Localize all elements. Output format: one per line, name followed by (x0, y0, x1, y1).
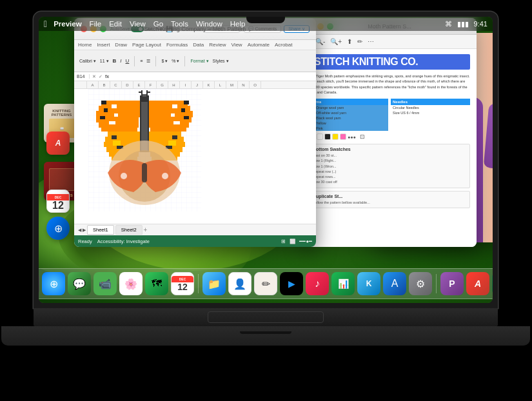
tab-review[interactable]: Review (209, 42, 226, 48)
svg-rect-27 (172, 104, 177, 108)
menu-help[interactable]: Help (230, 20, 246, 28)
align-center[interactable]: ☰ (146, 59, 150, 64)
svg-rect-20 (101, 101, 106, 104)
tab-acrobat[interactable]: Acrobat (275, 42, 293, 48)
dock-acrobat[interactable]: A (466, 272, 489, 295)
dock-launchpad[interactable]: ⊞ (39, 272, 39, 295)
acrobat-sidebar-icon[interactable]: A (46, 132, 70, 155)
add-sheet-btn[interactable]: + (144, 226, 148, 233)
menu-tools[interactable]: Tools (171, 20, 188, 28)
menu-window[interactable]: Window (196, 20, 222, 28)
svg-rect-35 (105, 137, 140, 142)
markup-icon[interactable]: ✏ (357, 38, 362, 45)
nav-left[interactable]: ◀ (78, 228, 81, 233)
dock-numbers[interactable]: 📊 (331, 272, 355, 295)
svg-rect-14 (149, 101, 188, 106)
dock-appletv[interactable]: ▶ (280, 272, 303, 295)
dock-messages[interactable]: 💬 (68, 272, 91, 295)
tab-automate[interactable]: Automate (248, 42, 270, 48)
menu-file[interactable]: File (90, 20, 102, 28)
share-icon[interactable]: ⬆ (347, 38, 352, 45)
spreadsheet-area[interactable]: A B C D E F G H I J K L (74, 81, 316, 224)
more-icon[interactable]: ⋯ (368, 38, 374, 45)
calendar-sidebar-icon[interactable]: DEC 12 (46, 190, 70, 213)
tab-view[interactable]: View (231, 42, 242, 48)
svg-rect-50 (113, 141, 121, 146)
svg-point-54 (121, 173, 127, 179)
dock-files[interactable]: 📁 (202, 272, 226, 295)
tab-draw[interactable]: Draw (115, 42, 127, 48)
calendar-day: 12 (177, 282, 188, 291)
dock-music[interactable]: ♪ (306, 272, 329, 295)
nav-right[interactable]: ▶ (83, 228, 86, 233)
status-text: Ready (78, 239, 92, 244)
duplicate-stitches-title: Duplicate St... (313, 194, 466, 199)
svg-rect-28 (114, 113, 118, 117)
col-d: D (122, 81, 133, 88)
dock-keynote[interactable]: K (357, 272, 380, 295)
underline-btn[interactable]: U (126, 58, 130, 64)
zoom-in-icon[interactable]: 🔍+ (330, 38, 342, 45)
dock-systemprefs[interactable]: ⚙ (409, 272, 432, 295)
dock-photos[interactable]: 🌸 (119, 272, 143, 295)
tab-formulas[interactable]: Formulas (166, 42, 188, 48)
swatches-more: ●●● (348, 135, 356, 139)
dock-facetime[interactable]: 📹 (94, 272, 117, 295)
menu-edit[interactable]: Edit (109, 20, 122, 28)
tab-data[interactable]: Data (193, 42, 204, 48)
dock-preview[interactable]: P (440, 272, 464, 295)
dock-freeform[interactable]: ✏ (254, 272, 277, 295)
yarn-row-5: Pink (309, 126, 388, 131)
dock-calendar[interactable]: DEC 12 (171, 272, 194, 295)
font-size[interactable]: 11 ▾ (100, 59, 109, 64)
touchpad[interactable] (208, 311, 324, 323)
dock: 🔵 ⊞ ⊕ 💬 📹 (39, 268, 493, 299)
font-selector[interactable]: Calibri ▾ (79, 59, 96, 64)
formula-input[interactable] (112, 73, 313, 81)
divider2 (155, 56, 156, 66)
color-swatches: ●●● ⊡ (309, 133, 470, 140)
svg-rect-19 (150, 128, 186, 132)
sheet-tab-1[interactable]: Sheet1 (87, 225, 114, 235)
view-layout[interactable]: ⬜ (290, 239, 295, 244)
tab-home[interactable]: Home (78, 42, 92, 48)
svg-rect-56 (142, 163, 147, 182)
dock-contacts[interactable]: 👤 (228, 272, 251, 295)
italic-btn[interactable]: I (120, 58, 121, 64)
conditional-format[interactable]: Format ▾ (190, 59, 208, 64)
svg-rect-4 (139, 92, 141, 93)
zoom-out-icon[interactable]: 🔍- (315, 38, 325, 45)
dock-maps[interactable]: 🗺 (145, 272, 168, 295)
safari-dock-icon: ⊕ (50, 278, 58, 290)
dock-appstore[interactable]: A (383, 272, 406, 295)
menu-view[interactable]: View (130, 20, 146, 28)
svg-rect-21 (184, 101, 189, 104)
dock-safari[interactable]: ⊕ (42, 272, 65, 295)
zoom-slider[interactable]: ━━●━ (299, 239, 312, 244)
bold-btn[interactable]: B (113, 58, 117, 64)
tab-insert[interactable]: Insert (97, 42, 110, 48)
calendar-date: 12 (52, 200, 64, 211)
formula-icon[interactable]: fx (105, 74, 109, 79)
safari-sidebar-icon[interactable]: ⊕ (46, 217, 70, 240)
menu-go[interactable]: Go (153, 20, 163, 28)
currency[interactable]: $ ▾ (161, 59, 168, 64)
yarn-needles-section: Yarns Orange wool yarn Off-white wool ya… (309, 99, 470, 131)
sheet-tab-2[interactable]: Sheet2 (115, 225, 143, 235)
align-left[interactable]: ≡ (140, 59, 143, 63)
percent[interactable]: % ▾ (172, 59, 179, 64)
cell-reference[interactable]: B14 (77, 74, 90, 79)
col-l: L (215, 81, 226, 88)
view-normal[interactable]: ⊞ (281, 239, 286, 244)
menubar-items: Preview File Edit View Go Tools Window H… (54, 20, 245, 28)
tab-page-layout[interactable]: Page Layout (132, 42, 161, 48)
apple-menu[interactable]:  (44, 19, 47, 29)
safari-icon: ⊕ (54, 222, 63, 235)
confirm-formula[interactable]: ✓ (99, 74, 103, 79)
ribbon-tabs: Home Insert Draw Page Layout Formulas Da… (74, 40, 316, 50)
menu-preview[interactable]: Preview (54, 20, 81, 28)
knitting-options-icon[interactable]: ⊡ (360, 133, 365, 140)
cancel-formula[interactable]: ✕ (92, 74, 96, 79)
cell-styles[interactable]: Styles ▾ (213, 59, 229, 64)
dock-excel[interactable]: X (492, 272, 493, 295)
